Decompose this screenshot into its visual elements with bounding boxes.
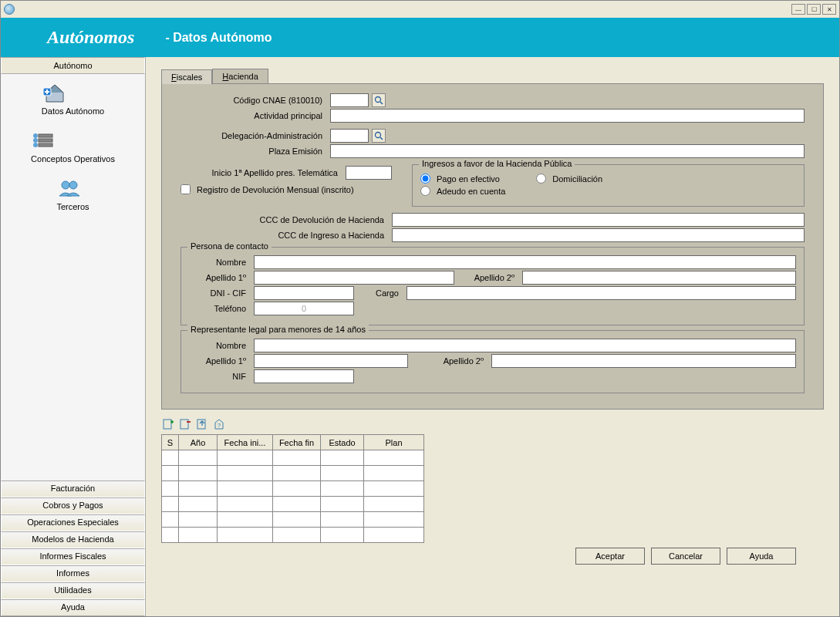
grid-cell[interactable] (321, 512, 364, 528)
domiciliacion-radio[interactable] (536, 174, 546, 184)
p-tel-input[interactable] (254, 302, 354, 315)
grid-cell[interactable] (273, 481, 321, 497)
tab-fiscales[interactable]: Fiscales (161, 69, 212, 84)
col-fechaini[interactable]: Fecha ini... (218, 435, 273, 450)
aceptar-button[interactable]: Aceptar (575, 548, 645, 565)
sidebar-bottom-operaciones-especiales[interactable]: Operaciones Especiales (1, 514, 145, 531)
pago-efectivo-radio[interactable] (420, 174, 430, 184)
grid-cell[interactable] (321, 497, 364, 512)
export-icon[interactable] (195, 417, 209, 431)
grid-cell[interactable] (364, 466, 424, 481)
banner-brand: Autónomos (47, 27, 134, 48)
p-nombre-input[interactable] (254, 255, 796, 269)
p-ap1-input[interactable] (254, 271, 454, 285)
r-nif-input[interactable] (254, 369, 354, 383)
list-icon (31, 130, 115, 151)
actividad-input[interactable] (330, 109, 805, 123)
codigo-cnae-input[interactable] (330, 93, 369, 107)
grid-cell[interactable] (273, 466, 321, 481)
magnify-icon (374, 131, 383, 140)
sidebar-item-datos[interactable]: Datos Autónomo (42, 82, 104, 116)
grid-cell[interactable] (218, 481, 273, 497)
adeudo-radio[interactable] (420, 186, 430, 196)
grid-cell[interactable] (364, 528, 424, 543)
delegacion-input[interactable] (330, 129, 369, 143)
tab-hacienda[interactable]: Hacienda (212, 69, 268, 83)
grid-cell[interactable] (218, 528, 273, 543)
grid-cell[interactable] (179, 528, 218, 543)
p-cargo-input[interactable] (407, 286, 796, 300)
close-button[interactable]: ✕ (822, 4, 836, 15)
col-estado[interactable]: Estado (321, 435, 364, 450)
sidebar-bottom-facturación[interactable]: Facturación (1, 480, 145, 497)
grid-cell[interactable] (162, 512, 179, 528)
grid-cell[interactable] (162, 466, 179, 481)
sidebar-bottom-utilidades[interactable]: Utilidades (1, 582, 145, 599)
p-ap2-input[interactable] (522, 271, 796, 285)
sidebar-item-conceptos[interactable]: Conceptos Operativos (31, 130, 115, 164)
sidebar-item-label: Datos Autónomo (42, 106, 104, 116)
r-ap1-input[interactable] (254, 354, 408, 368)
ayuda-button[interactable]: Ayuda (727, 548, 796, 565)
plaza-input[interactable] (330, 144, 805, 158)
grid-cell[interactable] (179, 481, 218, 497)
grid-cell[interactable] (218, 466, 273, 481)
inicio-input[interactable] (346, 166, 392, 180)
data-grid[interactable]: SAñoFecha ini...Fecha finEstadoPlan (161, 434, 424, 543)
grid-cell[interactable] (218, 450, 273, 466)
ccc-ing-input[interactable] (392, 228, 805, 242)
col-fechafin[interactable]: Fecha fin (273, 435, 321, 450)
svg-rect-2 (39, 139, 52, 142)
grid-cell[interactable] (364, 450, 424, 466)
grid-cell[interactable] (179, 450, 218, 466)
grid-cell[interactable] (179, 512, 218, 528)
ccc-dev-input[interactable] (392, 213, 805, 227)
grid-cell[interactable] (321, 450, 364, 466)
maximize-button[interactable]: ☐ (807, 4, 821, 15)
sidebar-header[interactable]: Autónomo (1, 57, 145, 74)
grid-cell[interactable] (321, 466, 364, 481)
sidebar-bottom-informes[interactable]: Informes (1, 565, 145, 582)
sidebar-bottom-informes-fiscales[interactable]: Informes Fiscales (1, 548, 145, 565)
persona-legend: Persona de contacto (187, 241, 272, 251)
search-cnae-button[interactable] (372, 93, 386, 107)
col-año[interactable]: Año (179, 435, 218, 450)
col-s[interactable]: S (162, 435, 179, 450)
svg-point-11 (376, 133, 381, 138)
grid-cell[interactable] (364, 481, 424, 497)
grid-cell[interactable] (218, 497, 273, 512)
rep-legend: Representante legal para menores de 14 a… (187, 325, 369, 334)
grid-cell[interactable] (162, 528, 179, 543)
grid-cell[interactable] (321, 528, 364, 543)
cancelar-button[interactable]: Cancelar (651, 548, 720, 565)
label-r-nif: NIF (189, 372, 251, 381)
grid-cell[interactable] (273, 528, 321, 543)
grid-cell[interactable] (218, 512, 273, 528)
grid-cell[interactable] (162, 481, 179, 497)
add-row-icon[interactable] (161, 417, 175, 431)
grid-cell[interactable] (179, 466, 218, 481)
grid-cell[interactable] (162, 450, 179, 466)
p-dni-input[interactable] (254, 286, 354, 300)
minimize-button[interactable]: — (791, 4, 805, 15)
grid-cell[interactable] (273, 512, 321, 528)
grid-cell[interactable] (273, 450, 321, 466)
col-plan[interactable]: Plan (364, 435, 424, 450)
r-ap2-input[interactable] (491, 354, 796, 368)
sidebar-bottom-ayuda[interactable]: Ayuda (1, 599, 145, 616)
sidebar-bottom-modelos-de-hacienda[interactable]: Modelos de Hacienda (1, 531, 145, 548)
label-codigo-cnae: Código CNAE (810010) (180, 96, 327, 105)
grid-cell[interactable] (179, 497, 218, 512)
sidebar-bottom-cobros-y-pagos[interactable]: Cobros y Pagos (1, 497, 145, 514)
sidebar-item-terceros[interactable]: Terceros (56, 177, 89, 211)
grid-cell[interactable] (273, 497, 321, 512)
grid-cell[interactable] (162, 497, 179, 512)
grid-cell[interactable] (364, 512, 424, 528)
query-icon[interactable]: ? (212, 417, 226, 431)
remove-row-icon[interactable] (178, 417, 192, 431)
r-nombre-input[interactable] (254, 339, 796, 352)
search-delegacion-button[interactable] (372, 129, 386, 143)
registro-checkbox[interactable] (180, 184, 191, 194)
grid-cell[interactable] (364, 497, 424, 512)
grid-cell[interactable] (321, 481, 364, 497)
